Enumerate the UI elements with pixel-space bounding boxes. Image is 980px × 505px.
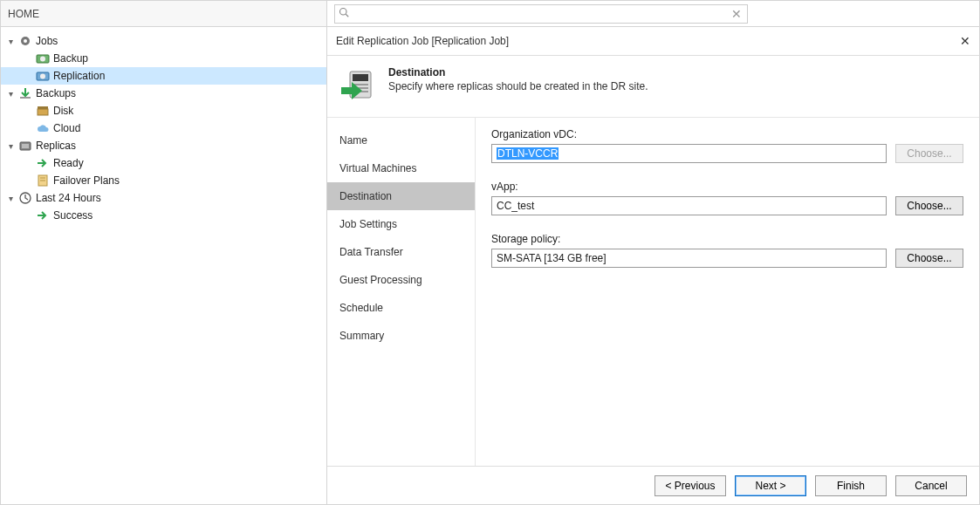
search-bar: ✕ <box>327 1 979 27</box>
storage-policy-value: SM-SATA [134 GB free] <box>497 252 607 264</box>
search-icon <box>339 7 349 20</box>
org-vdc-value: DTLN-VCCR <box>497 147 559 160</box>
tree-item-replication[interactable]: Replication <box>1 67 326 85</box>
tree-item-replicas[interactable]: ▾Replicas <box>1 137 326 154</box>
tree-item-jobs[interactable]: ▾Jobs <box>1 32 326 50</box>
step-guest-processing[interactable]: Guest Processing <box>327 266 475 294</box>
storage-policy-choose-button[interactable]: Choose... <box>895 249 963 268</box>
step-name[interactable]: Name <box>327 126 475 154</box>
tree-item-last-24-hours[interactable]: ▾Last 24 Hours <box>1 189 326 207</box>
safeb-icon <box>36 69 50 83</box>
tree-item-backup[interactable]: Backup <box>1 50 326 67</box>
tree-item-cloud[interactable]: Cloud <box>1 119 326 137</box>
dialog-titlebar: Edit Replication Job [Replication Job] ✕ <box>327 27 979 56</box>
step-destination[interactable]: Destination <box>327 182 475 210</box>
tree-item-ready[interactable]: Ready <box>1 154 326 172</box>
expander-icon[interactable]: ▾ <box>6 194 15 203</box>
dialog-title: Edit Replication Job [Replication Job] <box>336 35 509 47</box>
banner-desc: Specify where replicas should be created… <box>388 80 648 92</box>
svg-rect-6 <box>20 97 31 99</box>
main-area: ✕ Edit Replication Job [Replication Job]… <box>327 1 979 504</box>
svg-point-1 <box>24 39 27 43</box>
tree-item-label: Replicas <box>36 140 76 152</box>
wizard-steps: NameVirtual MachinesDestinationJob Setti… <box>327 118 476 466</box>
tree-item-label: Backups <box>36 87 76 99</box>
vapp-field[interactable]: CC_test <box>491 196 887 215</box>
step-job-settings[interactable]: Job Settings <box>327 210 475 238</box>
tree-item-label: Last 24 Hours <box>36 192 101 204</box>
storage-policy-label: Storage policy: <box>491 233 963 245</box>
arrowr-icon <box>36 156 50 170</box>
svg-line-16 <box>346 14 348 17</box>
storage-policy-field[interactable]: SM-SATA [134 GB free] <box>491 249 887 268</box>
svg-rect-7 <box>38 109 48 115</box>
dialog-banner: Destination Specify where replicas shoul… <box>327 56 979 118</box>
cloud-icon <box>36 121 50 135</box>
tree-item-label: Ready <box>53 157 84 169</box>
nav-tree: ▾JobsBackupReplication▾BackupsDiskCloud▾… <box>1 27 326 504</box>
previous-button[interactable]: < Previous <box>654 475 726 496</box>
clear-icon[interactable]: ✕ <box>730 7 744 21</box>
expander-icon[interactable]: ▾ <box>6 37 15 46</box>
tree-item-success[interactable]: Success <box>1 207 326 224</box>
vapp-value: CC_test <box>497 200 534 212</box>
search-input[interactable] <box>349 8 730 20</box>
tree-item-label: Failover Plans <box>53 174 120 187</box>
cancel-button[interactable]: Cancel <box>895 475 967 496</box>
dialog-footer: < Previous Next > Finish Cancel <box>327 466 979 504</box>
tree-item-label: Disk <box>53 105 73 117</box>
svg-point-3 <box>40 57 45 62</box>
tree-item-label: Jobs <box>36 35 58 47</box>
diskg-icon <box>18 139 32 153</box>
disk-icon <box>36 104 50 118</box>
close-icon[interactable]: ✕ <box>960 34 970 48</box>
destination-form: Organization vDC: DTLN-VCCR Choose... vA… <box>476 118 979 466</box>
arrowg-icon <box>18 86 32 100</box>
ok-icon <box>36 208 50 222</box>
step-summary[interactable]: Summary <box>327 322 475 350</box>
tree-item-disk[interactable]: Disk <box>1 102 326 119</box>
banner-text: Destination Specify where replicas shoul… <box>388 66 648 92</box>
svg-point-5 <box>40 74 45 79</box>
org-vdc-field[interactable]: DTLN-VCCR <box>491 144 887 163</box>
svg-point-15 <box>340 9 347 16</box>
plan-icon <box>36 174 50 188</box>
tree-item-label: Success <box>53 209 93 222</box>
gear-icon <box>18 34 32 48</box>
tree-item-label: Replication <box>53 70 105 82</box>
org-vdc-label: Organization vDC: <box>491 128 963 140</box>
dialog-body: NameVirtual MachinesDestinationJob Setti… <box>327 118 979 466</box>
svg-rect-18 <box>353 74 368 81</box>
tree-item-backups[interactable]: ▾Backups <box>1 85 326 102</box>
vapp-label: vApp: <box>491 181 963 193</box>
banner-icon <box>339 66 378 105</box>
banner-title: Destination <box>388 66 648 78</box>
expander-icon[interactable]: ▾ <box>6 141 15 151</box>
sidebar-header: HOME <box>1 1 326 27</box>
dialog: Edit Replication Job [Replication Job] ✕ <box>327 27 979 504</box>
step-data-transfer[interactable]: Data Transfer <box>327 238 475 266</box>
sidebar-title: HOME <box>8 8 39 20</box>
safeg-icon <box>36 51 50 65</box>
sidebar: HOME ▾JobsBackupReplication▾BackupsDiskC… <box>1 1 327 504</box>
clock-icon <box>18 191 32 205</box>
org-vdc-choose-button: Choose... <box>895 144 963 163</box>
step-schedule[interactable]: Schedule <box>327 294 475 322</box>
tree-item-label: Backup <box>53 52 88 65</box>
finish-button[interactable]: Finish <box>815 475 887 496</box>
expander-icon[interactable]: ▾ <box>6 89 15 99</box>
tree-item-failover-plans[interactable]: Failover Plans <box>1 172 326 189</box>
vapp-choose-button[interactable]: Choose... <box>895 196 963 215</box>
svg-rect-8 <box>38 106 48 109</box>
tree-item-label: Cloud <box>53 122 80 134</box>
next-button[interactable]: Next > <box>735 475 806 496</box>
svg-rect-10 <box>22 144 29 148</box>
search-box[interactable]: ✕ <box>334 4 748 24</box>
step-virtual-machines[interactable]: Virtual Machines <box>327 154 475 182</box>
